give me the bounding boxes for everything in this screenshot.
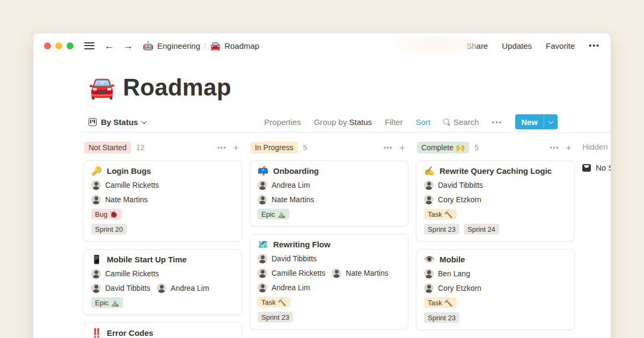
chevron-down-icon xyxy=(548,119,554,124)
card-emoji-icon: ✍️ xyxy=(424,167,435,175)
hidden-columns-label[interactable]: Hidden xyxy=(582,142,611,151)
properties-button[interactable]: Properties xyxy=(264,117,301,127)
card-emoji-icon: 👁️ xyxy=(424,255,435,264)
sort-button[interactable]: Sort xyxy=(415,117,430,127)
avatar xyxy=(258,180,267,190)
person: Andrea Lim xyxy=(258,283,310,292)
card[interactable]: 👁️MobileBen LangCory EtzkornTask 🔨Sprint… xyxy=(416,249,575,330)
card-person-row: Cory Etzkorn xyxy=(424,195,567,204)
column-add-card-icon[interactable]: + xyxy=(399,143,405,153)
person: David Tibbitts xyxy=(424,180,483,190)
person: Camille Ricketts xyxy=(91,269,159,278)
hidden-group-no-status[interactable]: No Status xyxy=(582,163,611,172)
card-tag-row: Task 🔨 xyxy=(258,297,400,307)
card-title-row: 📫Onboarding xyxy=(258,166,400,175)
column-more-options-icon[interactable]: ••• xyxy=(550,144,559,151)
column-header: Not Started12•••+ xyxy=(83,141,242,154)
sidebar-toggle-icon[interactable] xyxy=(84,42,94,49)
column-header-actions: •••+ xyxy=(217,143,239,153)
card-person-row: David Tibbitts xyxy=(258,254,400,263)
more-options-icon[interactable]: ••• xyxy=(589,41,600,50)
column-add-card-icon[interactable]: + xyxy=(566,143,572,153)
card-person-row: Cory Etzkorn xyxy=(424,283,567,293)
column-cards: ✍️Rewrite Query Caching LogicDavid Tibbi… xyxy=(416,160,575,330)
avatar xyxy=(157,283,166,293)
new-button[interactable]: New xyxy=(515,114,558,129)
tag-badge: Task 🔨 xyxy=(424,209,457,219)
card-person-row: Camille RickettsNate Martins xyxy=(258,268,400,278)
minimize-window-button[interactable] xyxy=(55,42,62,49)
column-add-card-icon[interactable]: + xyxy=(233,143,239,153)
notion-app-window: ← → 🤖 Engineering / 🚘 Roadmap Share Upda… xyxy=(33,33,611,338)
card[interactable]: 📱Mobile Start Up TimeCamille RickettsDav… xyxy=(83,249,242,315)
board-columns: Not Started12•••+🔑Login BugsCamille Rick… xyxy=(83,141,582,338)
back-arrow-icon[interactable]: ← xyxy=(104,41,114,51)
card-person-row: Camille Ricketts xyxy=(91,180,234,190)
tag-badge: Sprint 23 xyxy=(258,312,293,322)
card[interactable]: ✍️Rewrite Query Caching LogicDavid Tibbi… xyxy=(416,160,575,241)
avatar xyxy=(258,283,267,292)
search-button[interactable]: Search xyxy=(443,117,479,127)
close-window-button[interactable] xyxy=(44,42,51,49)
avatar xyxy=(91,195,101,204)
person: David Tibbitts xyxy=(258,254,317,263)
group-by-button[interactable]: Group by Status xyxy=(314,117,372,127)
column-cards: 🔑Login BugsCamille RickettsNate MartinsB… xyxy=(83,160,242,338)
view-switcher[interactable]: By Status xyxy=(89,117,146,127)
person: Cory Etzkorn xyxy=(424,283,481,293)
breadcrumb: 🤖 Engineering / 🚘 Roadmap xyxy=(143,41,259,51)
page-title[interactable]: Roadmap xyxy=(123,74,231,101)
view-more-options-icon[interactable]: ••• xyxy=(492,118,503,126)
person-name: Camille Ricketts xyxy=(105,269,159,278)
column-header: In Progress5•••+ xyxy=(250,141,408,154)
card-person-row: David Tibbitts xyxy=(424,180,567,190)
tag-badge: Sprint 23 xyxy=(424,312,459,323)
breadcrumb-separator: / xyxy=(204,41,206,50)
column-more-options-icon[interactable]: ••• xyxy=(217,144,226,151)
board-view-icon xyxy=(89,118,97,126)
card-tag-row: Sprint 23Sprint 24 xyxy=(424,224,567,234)
card[interactable]: ‼️Error Codes xyxy=(83,322,242,338)
avatar xyxy=(258,268,267,278)
page-title-emoji-icon[interactable]: 🚘 xyxy=(89,77,115,98)
topbar-actions: Share Updates Favorite ••• xyxy=(466,41,600,50)
avatar xyxy=(91,283,101,293)
hidden-columns-section: Hidden No Status xyxy=(582,141,611,172)
person-name: Cory Etzkorn xyxy=(438,195,481,204)
card[interactable]: 🔑Login BugsCamille RickettsNate MartinsB… xyxy=(83,160,242,241)
highlight-artifact xyxy=(396,36,477,53)
person-name: Camille Ricketts xyxy=(105,181,159,189)
person: Andrea Lim xyxy=(157,283,209,293)
new-button-dropdown[interactable] xyxy=(544,114,558,129)
person: Nate Martins xyxy=(258,195,314,204)
card-tag-row: Task 🔨 xyxy=(424,297,567,308)
person: Camille Ricketts xyxy=(91,180,159,190)
card-person-row: Andrea Lim xyxy=(258,283,400,292)
favorite-button[interactable]: Favorite xyxy=(546,41,575,50)
card[interactable]: 📫OnboardingAndrea LimNate MartinsEpic ⛰️ xyxy=(250,160,408,226)
card[interactable]: 🗺️Rewriting FlowDavid TibbittsCamille Ri… xyxy=(250,234,408,329)
forward-arrow-icon[interactable]: → xyxy=(123,41,133,51)
zoom-window-button[interactable] xyxy=(67,42,74,49)
chevron-down-icon xyxy=(142,119,147,124)
card-title-row: 🗺️Rewriting Flow xyxy=(258,240,400,249)
person-name: Ben Lang xyxy=(438,269,470,278)
column-cards: 📫OnboardingAndrea LimNate MartinsEpic ⛰️… xyxy=(250,160,408,329)
person-name: Nate Martins xyxy=(272,195,314,204)
column-more-options-icon[interactable]: ••• xyxy=(384,144,393,151)
breadcrumb-workspace[interactable]: Engineering xyxy=(157,41,200,50)
card-tag-row: Sprint 23 xyxy=(258,312,400,322)
avatar xyxy=(258,195,267,204)
avatar xyxy=(91,269,101,278)
filter-button[interactable]: Filter xyxy=(385,117,402,127)
person-name: Nate Martins xyxy=(346,269,388,277)
breadcrumb-page[interactable]: Roadmap xyxy=(224,41,259,50)
card-person-row: Andrea Lim xyxy=(258,180,400,190)
card-tag-row: Sprint 20 xyxy=(91,224,234,234)
person-name: Andrea Lim xyxy=(171,284,209,292)
card-title: Rewrite Query Caching Logic xyxy=(440,166,552,175)
updates-button[interactable]: Updates xyxy=(502,41,532,50)
page-header: 🚘 Roadmap xyxy=(89,74,611,101)
kanban-board: Not Started12•••+🔑Login BugsCamille Rick… xyxy=(83,141,611,338)
card-title-row: 👁️Mobile xyxy=(424,255,567,264)
